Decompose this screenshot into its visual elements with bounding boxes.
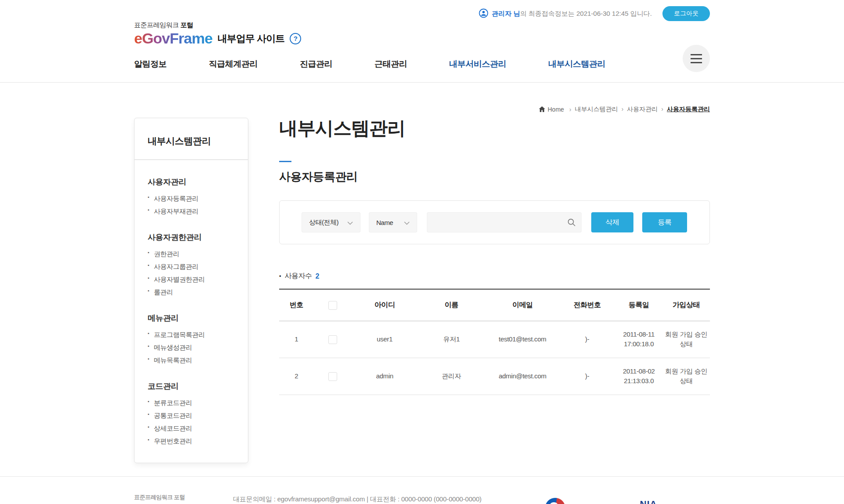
sidebar-item-program-list[interactable]: 프로그램목록관리 — [148, 329, 235, 341]
cell-name: 유저1 — [417, 321, 486, 358]
table-row: 1 user1 유저1 test01@test.com )- 2011-08-1… — [279, 321, 710, 358]
user-count-row: 사용자수 2 — [279, 272, 710, 281]
title-accent-dash — [279, 161, 291, 162]
main-nav: 알림정보 직급체계관리 진급관리 근태관리 내부서비스관리 내부시스템관리 — [134, 58, 710, 82]
sidebar-item-class-code[interactable]: 분류코드관리 — [148, 397, 235, 410]
cell-status: 회원 가입 승인 상태 — [662, 321, 710, 358]
help-icon[interactable]: ? — [290, 33, 301, 44]
user-name: 관리자 님 — [492, 10, 520, 17]
sidebar: 내부시스템관리 사용자관리 사용자등록관리 사용자부재관리 사용자권한관리 권한… — [134, 118, 248, 463]
table-row: 2 admin 관리자 admin@test.com )- 2011-08-02… — [279, 358, 710, 395]
mois-logo: 행정안전부 — [545, 498, 615, 504]
cell-name: 관리자 — [417, 358, 486, 395]
cell-no: 2 — [279, 358, 313, 395]
nia-acronym: NIA — [640, 498, 710, 504]
col-header-checkbox — [313, 289, 352, 321]
footer-logo-top: 표준프레임워크 포털 — [134, 493, 233, 501]
sidebar-item-common-code[interactable]: 공통코드관리 — [148, 410, 235, 422]
sidebar-item-menu-create[interactable]: 메뉴생성관리 — [148, 341, 235, 354]
sidebar-item-per-user-auth[interactable]: 사용자별권한관리 — [148, 273, 235, 286]
user-table: 번호 아이디 이름 이메일 전화번호 등록일 가입상태 1 — [279, 289, 710, 395]
mois-label: 행정안전부 — [571, 502, 615, 504]
cell-status: 회원 가입 승인 상태 — [662, 358, 710, 395]
logo-block[interactable]: 표준프레임워크 포털 eGovFrame 내부업무 사이트 ? — [134, 21, 710, 47]
cell-email: test01@test.com — [486, 321, 559, 358]
search-icon[interactable] — [567, 218, 576, 229]
col-header-id: 아이디 — [353, 289, 417, 321]
chevron-down-icon — [404, 219, 410, 226]
logout-button[interactable]: 로그아웃 — [662, 6, 710, 21]
sidebar-item-user-absence[interactable]: 사용자부재관리 — [148, 205, 235, 218]
cell-email: admin@test.com — [486, 358, 559, 395]
utility-bar: 관리자 님의 최종접속정보는 2021-06-30 12:45 입니다. 로그아… — [134, 6, 710, 21]
breadcrumb-user-mgmt[interactable]: 사용자관리 — [627, 105, 663, 113]
header: 관리자 님의 최종접속정보는 2021-06-30 12:45 입니다. 로그아… — [0, 0, 844, 83]
footer: 표준프레임워크 포털 eGovFrame 대표문의메일 : egovframes… — [0, 476, 844, 504]
select-all-checkbox[interactable] — [328, 301, 337, 310]
sidebar-section-menu: 메뉴관리 — [148, 313, 235, 323]
sidebar-item-user-group[interactable]: 사용자그룹관리 — [148, 261, 235, 273]
cell-no: 1 — [279, 321, 313, 358]
last-access-text: 의 최종접속정보는 2021-06-30 12:45 입니다. — [520, 10, 652, 17]
nav-item-promotion[interactable]: 진급관리 — [300, 58, 332, 70]
nav-item-internal-system[interactable]: 내부시스템관리 — [549, 58, 606, 70]
chevron-down-icon — [347, 219, 353, 226]
status-select-value: 상태(전체) — [309, 218, 338, 227]
nav-item-internal-service[interactable]: 내부서비스관리 — [449, 58, 506, 70]
breadcrumb-home[interactable]: Home — [539, 106, 571, 113]
breadcrumb-current: 사용자등록관리 — [667, 105, 710, 113]
sidebar-item-user-register[interactable]: 사용자등록관리 — [148, 192, 235, 205]
nav-item-notice[interactable]: 알림정보 — [134, 58, 167, 70]
sidebar-item-role[interactable]: 롤관리 — [148, 286, 235, 299]
delete-button[interactable]: 삭제 — [591, 212, 633, 232]
sidebar-title: 내부시스템관리 — [135, 118, 248, 160]
nav-item-rank-system[interactable]: 직급체계관리 — [209, 58, 258, 70]
section-title: 사용자등록관리 — [279, 169, 710, 185]
mois-taegeuk-icon — [545, 498, 565, 504]
cell-phone: )- — [559, 321, 615, 358]
search-input[interactable] — [427, 212, 582, 232]
search-panel: 상태(전체) Name — [279, 200, 710, 244]
user-icon — [479, 8, 488, 19]
row-checkbox[interactable] — [328, 372, 337, 381]
sidebar-item-auth[interactable]: 권한관리 — [148, 248, 235, 261]
col-header-email: 이메일 — [486, 289, 559, 321]
footer-logo: 표준프레임워크 포털 eGovFrame — [134, 493, 233, 504]
menu-hamburger-button[interactable] — [683, 45, 710, 72]
footer-contact: 대표문의메일 : egovframesupport@gmail.com | 대표… — [233, 493, 481, 504]
footer-egovframe-logo: eGovFrame — [134, 502, 233, 504]
footer-contact-line1: 대표문의메일 : egovframesupport@gmail.com | 대표… — [233, 493, 481, 504]
cell-id[interactable]: user1 — [353, 321, 417, 358]
last-access-message: 관리자 님의 최종접속정보는 2021-06-30 12:45 입니다. — [479, 8, 652, 19]
col-header-status: 가입상태 — [662, 289, 710, 321]
field-select-value: Name — [376, 219, 393, 226]
col-header-name: 이름 — [417, 289, 486, 321]
cell-date: 2011-08-11 17:00:18.0 — [615, 321, 662, 358]
main-content: 내부시스템관리 사용자등록관리 상태(전체) Name — [279, 118, 710, 395]
user-count-value: 2 — [316, 272, 320, 280]
breadcrumb: Home 내부시스템관리 사용자관리 사용자등록관리 — [134, 105, 710, 114]
status-select[interactable]: 상태(전체) — [302, 212, 360, 232]
egovframe-logo[interactable]: eGovFrame — [134, 30, 212, 47]
logo-top-text: 표준프레임워크 포털 — [134, 21, 710, 29]
sidebar-item-detail-code[interactable]: 상세코드관리 — [148, 422, 235, 435]
nia-logo: NIA 한국지능정보사회진흥원 — [640, 498, 710, 504]
cell-id[interactable]: admin — [353, 358, 417, 395]
site-label: 내부업무 사이트 — [218, 32, 284, 45]
sidebar-section-code: 코드관리 — [148, 381, 235, 392]
col-header-no: 번호 — [279, 289, 313, 321]
cell-date: 2011-08-02 21:13:03.0 — [615, 358, 662, 395]
sidebar-section-user-auth: 사용자권한관리 — [148, 232, 235, 243]
table-header-row: 번호 아이디 이름 이메일 전화번호 등록일 가입상태 — [279, 289, 710, 321]
nav-item-attendance[interactable]: 근태관리 — [375, 58, 407, 70]
sidebar-item-zipcode[interactable]: 우편번호관리 — [148, 435, 235, 448]
register-button[interactable]: 등록 — [642, 212, 687, 232]
sidebar-section-user-mgmt: 사용자관리 — [148, 177, 235, 187]
breadcrumb-internal-system[interactable]: 내부시스템관리 — [575, 105, 624, 113]
user-count-label: 사용자수 — [285, 272, 312, 281]
row-checkbox[interactable] — [328, 335, 337, 344]
home-icon — [539, 106, 545, 112]
sidebar-item-menu-list[interactable]: 메뉴목록관리 — [148, 354, 235, 367]
field-select[interactable]: Name — [369, 212, 417, 232]
cell-phone: )- — [559, 358, 615, 395]
